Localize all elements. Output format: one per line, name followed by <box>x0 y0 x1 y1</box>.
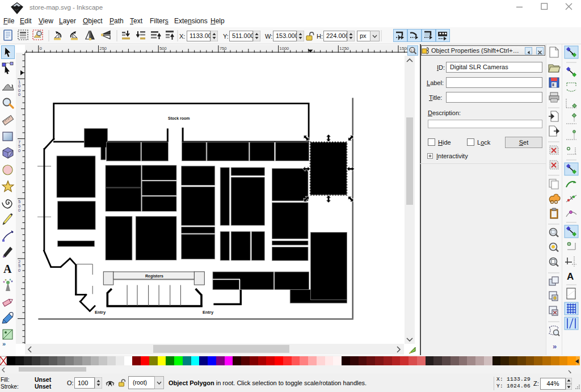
svg-text:1500: 1500 <box>399 46 407 51</box>
svg-text:0: 0 <box>40 46 42 51</box>
svg-text:Entry: Entry <box>95 310 106 315</box>
svg-text:500: 500 <box>159 46 167 51</box>
svg-text:750: 750 <box>220 46 227 51</box>
svg-text:A: A <box>3 263 12 275</box>
svg-text:0: 0 <box>18 208 20 213</box>
svg-text:A: A <box>567 271 574 282</box>
svg-text:»: » <box>553 342 557 351</box>
svg-text:Registers: Registers <box>145 274 163 279</box>
svg-text:0: 0 <box>18 148 20 153</box>
svg-text:0: 0 <box>18 268 20 273</box>
svg-text:250: 250 <box>100 46 107 51</box>
svg-text:Stock room: Stock room <box>168 116 190 120</box>
svg-text:0: 0 <box>18 92 20 97</box>
svg-text:Entry: Entry <box>203 310 214 315</box>
svg-text:1:1: 1:1 <box>411 49 415 52</box>
